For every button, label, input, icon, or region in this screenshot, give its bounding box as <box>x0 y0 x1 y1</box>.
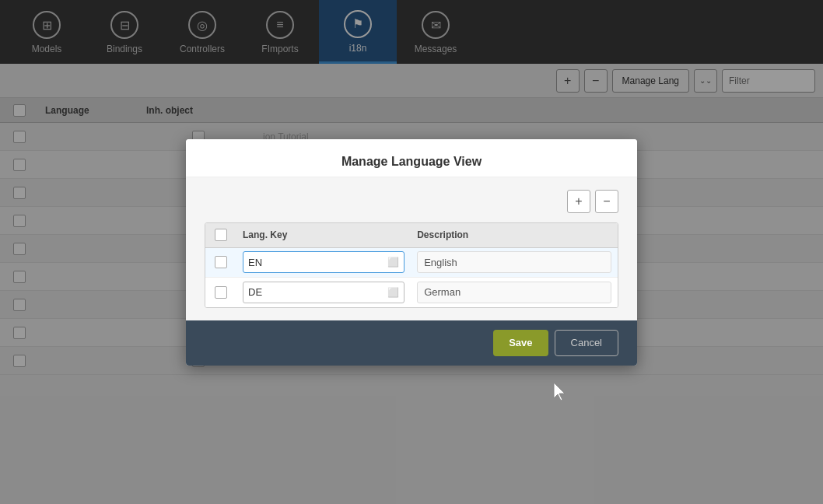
lang-row-check-en[interactable] <box>205 256 236 268</box>
en-key-input-wrapper: ⬜ <box>243 251 404 273</box>
lang-header-check <box>205 229 236 241</box>
lang-header-checkbox[interactable] <box>215 229 227 241</box>
dialog-header: Manage Language View <box>186 139 637 177</box>
lang-row-desc-de <box>411 282 618 303</box>
dialog-title: Manage Language View <box>341 155 482 168</box>
dialog-add-button[interactable]: + <box>567 190 590 213</box>
lang-row-de[interactable]: ⬜ <box>205 278 618 307</box>
en-key-input[interactable] <box>248 257 384 268</box>
lang-row-check-de[interactable] <box>205 286 236 299</box>
de-key-input-wrapper: ⬜ <box>243 282 404 303</box>
lang-header-desc: Description <box>411 229 618 240</box>
manage-language-dialog: Manage Language View + − Lang. Key Descr… <box>186 139 637 366</box>
dialog-remove-button[interactable]: − <box>595 190 618 213</box>
save-button[interactable]: Save <box>493 330 548 356</box>
dialog-toolbar: + − <box>205 190 618 213</box>
cursor <box>551 381 569 405</box>
cancel-button[interactable]: Cancel <box>555 330 618 356</box>
de-expand-icon[interactable]: ⬜ <box>387 287 399 298</box>
lang-row-en[interactable]: ⬜ <box>205 248 618 278</box>
lang-row-key-en: ⬜ <box>236 251 411 273</box>
language-table: Lang. Key Description ⬜ <box>205 222 618 308</box>
lang-row-key-de: ⬜ <box>236 282 411 303</box>
de-desc-input[interactable] <box>417 282 611 303</box>
de-key-input[interactable] <box>248 286 384 298</box>
en-desc-input[interactable] <box>417 251 611 273</box>
lang-table-header: Lang. Key Description <box>205 223 618 248</box>
en-expand-icon[interactable]: ⬜ <box>387 257 399 268</box>
lang-header-key: Lang. Key <box>236 229 411 240</box>
modal-overlay[interactable]: Manage Language View + − Lang. Key Descr… <box>0 0 823 504</box>
lang-row-desc-en <box>411 251 618 273</box>
de-checkbox[interactable] <box>215 286 227 299</box>
dialog-footer: Save Cancel <box>186 320 637 366</box>
en-checkbox[interactable] <box>215 256 227 268</box>
dialog-body: + − Lang. Key Description <box>186 177 637 320</box>
